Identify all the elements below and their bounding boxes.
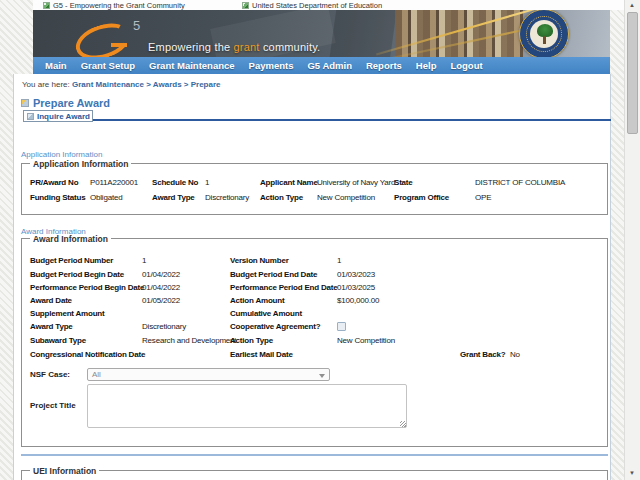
prepare-award-icon [21,99,29,107]
field-value: DISTRICT OF COLUMBIA [475,178,565,187]
nav-grant-maintenance[interactable]: Grant Maintenance [149,60,235,71]
field-label: Award Type [152,193,195,202]
breadcrumb-prefix: You are here: [22,80,70,89]
field-value: 01/04/2022 [142,283,180,292]
tagline-pre: Empowering the [148,41,234,53]
tab-underline [92,119,611,121]
window-title-2: United States Department of Education [242,1,382,10]
g5-logo-five: 5 [133,18,140,33]
field-label: Cooperative Agreement? [230,322,320,331]
field-label: Earliest Mail Date [230,350,293,359]
grant-back-value: No [510,350,520,359]
broken-image-icon [242,2,249,9]
nav-g5-admin[interactable]: G5 Admin [307,60,352,71]
project-title-textarea[interactable] [87,384,407,428]
award-information-legend: Award Information [30,234,111,244]
section-divider [21,454,608,456]
field-label: Program Office [394,193,449,202]
breadcrumb-path[interactable]: Grant Maintenance > Awards > Prepare [72,80,221,89]
table-row: Subaward Type Research and Development A… [30,336,603,347]
table-row: Funding Status Obligated Award Type Disc… [30,193,603,204]
chevron-down-icon [319,374,325,378]
dept-of-education-seal [519,10,569,57]
application-information-link[interactable]: Application Information [21,150,102,159]
field-value: 1 [337,256,341,265]
field-value: University of Navy Yard [317,178,395,187]
table-row: Award Type Discretionary Cooperative Agr… [30,322,603,333]
field-value: 1 [142,256,146,265]
field-label: State [394,178,413,187]
field-label: Subaward Type [30,336,86,345]
field-label: Budget Period End Date [230,270,317,279]
nav-logout[interactable]: Logout [450,60,482,71]
window-title-text: United States Department of Education [252,1,382,10]
project-title-label: Project Title [30,401,76,410]
field-label: Budget Period Begin Date [30,270,124,279]
field-value: 01/03/2025 [337,283,375,292]
field-value: $100,000.00 [337,296,379,305]
nsf-case-selected-value: All [92,370,101,379]
field-label: Action Type [260,193,303,202]
field-label: Action Amount [230,296,284,305]
table-row: Budget Period Begin Date 01/04/2022 Budg… [30,270,603,281]
field-label: Action Type [230,336,273,345]
nsf-case-select[interactable]: All [87,368,330,381]
scrollbar-thumb[interactable] [627,12,638,134]
field-label: PR/Award No [30,178,78,187]
field-value: New Competition [337,336,395,345]
field-value: 01/04/2022 [142,270,180,279]
field-value: New Competition [317,193,375,202]
nsf-case-row: NSF Case: All [30,368,599,382]
uei-information-fieldset: UEI Information [21,470,608,480]
field-label: Award Type [30,322,73,331]
award-information-fieldset: Award Information Budget Period Number 1… [21,238,608,447]
tab-inquire-award[interactable]: Inquire Award [23,110,93,122]
field-value: 01/03/2023 [337,270,375,279]
field-label: Version Number [230,256,289,265]
banner-tagline: Empowering the grant community. [148,41,320,53]
window-title-1: G5 - Empowering the Grant Community [43,1,185,10]
content-area: You are here: Grant Maintenance > Awards… [13,74,611,480]
table-row: Performance Period Begin Date 01/04/2022… [30,283,603,294]
g5-logo [71,17,134,57]
application-information-legend: Application Information [30,159,131,169]
tagline-post: community. [260,41,321,53]
broken-image-icon [43,2,50,9]
field-label: Performance Period Begin Date [30,283,144,292]
textarea-resize-handle[interactable] [400,421,406,427]
nav-reports[interactable]: Reports [366,60,402,71]
nav-payments[interactable]: Payments [249,60,294,71]
field-label: Congressional Notification Date [30,350,145,359]
table-row: Congressional Notification Date Earliest… [30,350,603,361]
seal-tree-trunk [543,36,546,44]
cooperative-agreement-checkbox[interactable] [337,322,346,331]
scroll-down-arrow-icon[interactable]: ▼ [629,470,635,476]
uei-information-legend: UEI Information [30,466,99,476]
table-row: Budget Period Number 1 Version Number 1 [30,256,603,267]
inquire-award-icon [27,113,34,120]
tagline-grant: grant [234,41,260,53]
g5-banner: 5 Empowering the grant community. [33,10,610,57]
scroll-up-arrow-icon[interactable]: ▲ [629,2,635,8]
nav-help[interactable]: Help [416,60,437,71]
field-value: Discretionary [142,322,186,331]
window-title-strip: G5 - Empowering the Grant Community Unit… [33,0,624,10]
field-value: Research and Development [142,336,236,345]
field-label: Performance Period End Date [230,283,338,292]
field-value: OPE [475,193,491,202]
field-label: Schedule No [152,178,198,187]
field-label: Supplement Amount [30,309,105,318]
field-value: Discretionary [205,193,249,202]
field-value: 01/05/2022 [142,296,180,305]
field-label: Budget Period Number [30,256,113,265]
nav-main[interactable]: Main [45,60,67,71]
nav-grant-setup[interactable]: Grant Setup [81,60,135,71]
page-title-row: Prepare Award [21,97,110,109]
window-title-text: G5 - Empowering the Grant Community [53,1,185,10]
table-row: Supplement Amount Cumulative Amount [30,309,603,320]
g5-logo-bar [111,43,127,47]
vertical-scrollbar: ▲ ▼ [624,0,640,480]
nsf-case-label: NSF Case: [30,370,70,379]
table-row: PR/Award No P011A220001 Schedule No 1 Ap… [30,178,603,189]
field-label: Applicant Name [260,178,318,187]
